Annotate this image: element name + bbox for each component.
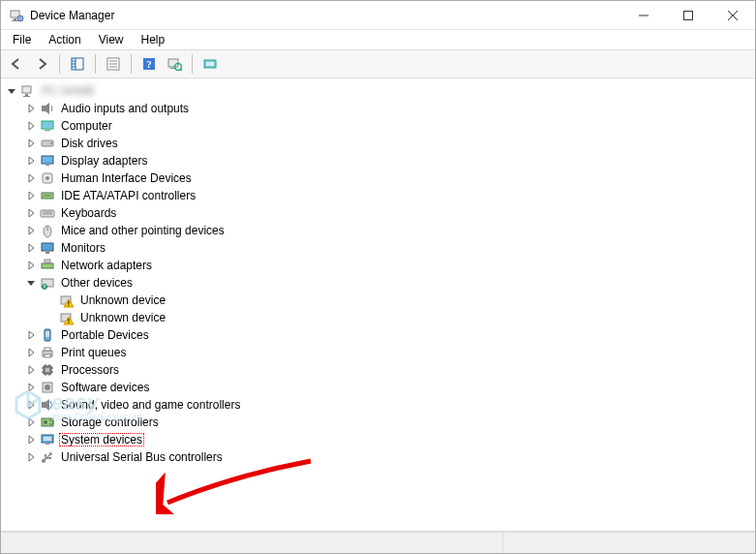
statusbar — [1, 532, 755, 553]
menu-help[interactable]: Help — [134, 32, 173, 47]
svg-rect-60 — [45, 354, 50, 357]
chevron-right-icon[interactable] — [24, 433, 38, 446]
audio-icon — [40, 101, 55, 116]
chevron-down-icon[interactable] — [5, 84, 18, 98]
menu-file[interactable]: File — [5, 32, 39, 47]
chevron-right-icon[interactable] — [24, 137, 38, 150]
tree-item[interactable]: !Unknown device — [40, 309, 755, 326]
tree-item-label: Network adapters — [59, 259, 154, 272]
chevron-right-icon[interactable] — [24, 171, 38, 185]
tree-item[interactable]: !Unknown device — [40, 292, 755, 309]
toolbar-show-hidden-button[interactable] — [198, 52, 222, 76]
tree-root-label: PC-NAME — [40, 84, 97, 98]
toolbar-back-button[interactable] — [5, 52, 28, 76]
chevron-right-icon[interactable] — [24, 328, 38, 342]
tree-item[interactable]: Display adapters — [20, 152, 755, 169]
tree-item[interactable]: ?Other devices — [20, 274, 755, 292]
tree-item-label: Mice and other pointing devices — [59, 224, 227, 237]
chevron-right-icon[interactable] — [24, 450, 38, 464]
tree-item[interactable]: IDE ATA/ATAPI controllers — [20, 187, 755, 204]
svg-rect-59 — [45, 348, 50, 351]
tree-item-label: Storage controllers — [59, 416, 161, 429]
tree-item[interactable]: Human Interface Devices — [20, 169, 755, 187]
tree-item-label: Universal Serial Bus controllers — [59, 450, 225, 464]
chevron-right-icon[interactable] — [24, 259, 38, 272]
software-icon — [40, 380, 55, 395]
tree-item-label: Display adapters — [59, 154, 149, 168]
tree-item[interactable]: Keyboards — [20, 204, 755, 222]
chevron-right-icon[interactable] — [24, 346, 38, 359]
toolbar-help-button[interactable]: ? — [137, 52, 161, 76]
chevron-right-icon[interactable] — [24, 241, 38, 255]
chevron-right-icon[interactable] — [24, 206, 38, 220]
usb-icon — [40, 449, 55, 465]
maximize-button[interactable] — [666, 1, 711, 30]
tree-item[interactable]: Network adapters — [20, 257, 755, 274]
tree-item-label: Print queues — [59, 346, 128, 359]
tree-item[interactable]: Monitors — [20, 239, 755, 257]
tree-item[interactable]: System devices — [20, 431, 755, 448]
chevron-right-icon[interactable] — [24, 154, 38, 168]
monitor-icon — [40, 240, 55, 256]
tree-item[interactable]: Processors — [20, 361, 755, 379]
menu-action[interactable]: Action — [41, 32, 88, 47]
printer-icon — [40, 345, 55, 360]
toolbar-separator — [192, 54, 193, 74]
close-button[interactable] — [711, 1, 755, 30]
svg-rect-30 — [45, 130, 50, 131]
svg-rect-28 — [42, 106, 45, 111]
device-tree[interactable]: easy www.DriverEasy.com PC-NAMEAudio inp… — [1, 78, 755, 532]
tree-item[interactable]: Storage controllers — [20, 414, 755, 431]
chevron-right-icon[interactable] — [24, 119, 38, 133]
svg-rect-2 — [12, 20, 18, 21]
tree-item[interactable]: Portable Devices — [20, 326, 755, 344]
chevron-right-icon[interactable] — [24, 363, 38, 377]
storage-icon — [40, 415, 55, 430]
status-cell — [503, 533, 755, 553]
svg-rect-25 — [22, 86, 31, 93]
chevron-right-icon[interactable] — [24, 224, 38, 237]
tree-item[interactable]: Mice and other pointing devices — [20, 222, 755, 239]
toolbar-scan-button[interactable] — [163, 52, 186, 76]
tree-item[interactable]: Disk drives — [20, 135, 755, 152]
svg-rect-19 — [168, 59, 178, 67]
svg-rect-34 — [45, 165, 49, 166]
tree-item[interactable]: Audio inputs and outputs — [20, 100, 755, 117]
svg-rect-5 — [684, 11, 693, 19]
toolbar-show-hide-tree-button[interactable] — [66, 52, 89, 76]
system-icon — [40, 432, 55, 447]
tree-item-label: Unknown device — [78, 293, 167, 307]
svg-point-3 — [17, 15, 23, 21]
menu-view[interactable]: View — [91, 32, 132, 47]
chevron-right-icon[interactable] — [24, 102, 38, 115]
computer-icon — [40, 118, 55, 134]
hid-icon — [40, 170, 55, 186]
toolbar-separator — [131, 54, 132, 74]
svg-point-36 — [45, 176, 49, 180]
tree-item-label: Software devices — [59, 381, 151, 394]
ide-icon — [40, 188, 55, 203]
tree-item[interactable]: Print queues — [20, 344, 755, 361]
tree-item[interactable]: Sound, video and game controllers — [20, 396, 755, 414]
toolbar-properties-button[interactable] — [102, 52, 125, 76]
tree-item-label: Keyboards — [59, 206, 118, 220]
chevron-right-icon[interactable] — [24, 398, 38, 412]
chevron-right-icon[interactable] — [24, 416, 38, 429]
toolbar-forward-button[interactable] — [30, 52, 53, 76]
chevron-right-icon[interactable] — [24, 189, 38, 202]
tree-root-item[interactable]: PC-NAME — [1, 82, 755, 100]
tree-item-label: Unknown device — [78, 311, 167, 324]
tree-item[interactable]: Computer — [20, 117, 755, 135]
tree-item-label: Processors — [59, 363, 121, 377]
svg-rect-73 — [42, 402, 45, 408]
svg-point-84 — [45, 454, 46, 456]
svg-text:?: ? — [44, 284, 46, 290]
chevron-down-icon[interactable] — [24, 276, 38, 290]
tree-item-label: System devices — [59, 433, 144, 446]
svg-rect-57 — [45, 331, 49, 337]
minimize-button[interactable] — [621, 1, 666, 30]
svg-rect-1 — [14, 18, 16, 20]
tree-item[interactable]: Software devices — [20, 379, 755, 396]
chevron-right-icon[interactable] — [24, 381, 38, 394]
tree-item[interactable]: Universal Serial Bus controllers — [20, 448, 755, 466]
